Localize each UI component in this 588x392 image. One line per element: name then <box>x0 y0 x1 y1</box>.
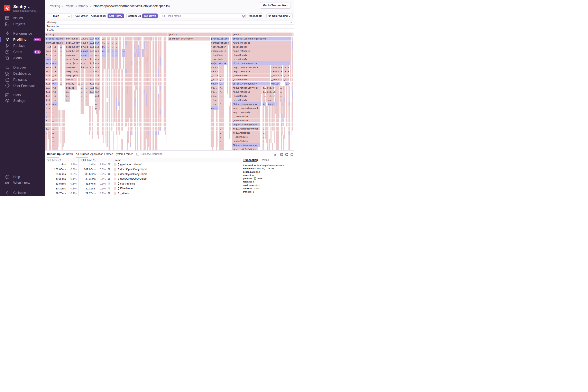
svg-text:p…k: p…k <box>90 91 94 93</box>
svg-text:…: … <box>263 107 265 110</box>
svg-text:…: … <box>220 107 221 110</box>
svg-text:p…: p… <box>46 128 49 130</box>
svg-text:ca…n: ca…n <box>46 50 51 52</box>
svg-text:…: … <box>81 78 83 81</box>
svg-text:Object.<anonymous>: Object.<anonymous> <box>233 124 257 126</box>
svg-text:…: … <box>60 66 62 69</box>
svg-text:w…c: w…c <box>95 54 99 56</box>
svg-text:(root): (root) <box>169 34 177 36</box>
svg-text:_…: _… <box>263 99 266 102</box>
svg-text:u…e: u…e <box>90 42 94 44</box>
svg-text:runMicrotasks: runMicrotasks <box>211 42 229 44</box>
svg-text:r…: r… <box>263 91 266 93</box>
svg-text:act: act <box>46 70 50 73</box>
svg-text:_…e: _…e <box>52 58 56 60</box>
svg-text:…: … <box>263 128 265 130</box>
svg-text:Obj…s>: Obj…s> <box>271 83 280 85</box>
svg-text:requireModule: requireModule <box>233 132 251 134</box>
svg-text:u…y: u…y <box>46 107 50 110</box>
svg-text:s…r: s…r <box>90 54 94 56</box>
svg-text:Object.<anonymous>: Object.<anonymous> <box>233 83 257 85</box>
svg-text:requireModule: requireModule <box>233 91 250 93</box>
svg-text:requireModule: requireModule <box>233 50 250 52</box>
svg-text:requ…ock: requ…ock <box>271 66 282 69</box>
svg-text:act: act <box>95 66 99 69</box>
svg-text:r…: r… <box>220 91 223 93</box>
svg-text:…: … <box>112 62 113 65</box>
svg-text:…: … <box>263 140 265 142</box>
svg-text:requ…ule: requ…ule <box>271 70 282 73</box>
svg-text:…: … <box>81 91 83 93</box>
svg-text:O…: O… <box>220 103 223 106</box>
svg-text:_…: _… <box>102 38 105 40</box>
svg-text:r…k: r…k <box>52 66 56 69</box>
svg-text:Pr…ed: Pr…ed <box>81 46 88 48</box>
svg-text:f…l: f…l <box>46 91 50 93</box>
svg-text:…: … <box>81 87 83 89</box>
svg-text:…: … <box>220 111 221 114</box>
svg-text:…: … <box>60 78 62 81</box>
svg-text:u…y: u…y <box>46 87 50 89</box>
svg-text:u…n: u…n <box>90 38 94 40</box>
svg-text:p…t: p…t <box>90 78 94 81</box>
svg-text:(root): (root) <box>46 34 54 36</box>
svg-text:…: … <box>112 42 113 44</box>
svg-text:u…n: u…n <box>95 38 99 40</box>
svg-text:…: … <box>108 50 109 52</box>
svg-text:…: … <box>86 78 87 81</box>
svg-text:_…: _… <box>52 120 55 122</box>
svg-text:f…l: f…l <box>95 78 99 81</box>
svg-text:proces…ctions: proces…ctions <box>46 38 64 40</box>
svg-text:…: … <box>81 107 83 110</box>
svg-text:runMicrotasks: runMicrotasks <box>233 42 250 44</box>
svg-text:_loa…ule: _loa…ule <box>271 74 282 77</box>
svg-text:r…: r… <box>220 87 223 89</box>
svg-text:…: … <box>116 54 117 56</box>
svg-text:0…k: 0…k <box>46 74 50 77</box>
svg-text:…: … <box>60 74 62 77</box>
svg-text:(root): (root) <box>233 34 241 36</box>
svg-text:Object.<anonymous>: Object.<anonymous> <box>233 144 257 146</box>
svg-text:requireModuleOrMock: requireModuleOrMock <box>233 87 259 89</box>
svg-text:…: … <box>86 95 87 98</box>
svg-text:_…: _… <box>263 95 266 98</box>
svg-text:…: … <box>81 83 83 85</box>
svg-text:…: … <box>112 50 113 52</box>
svg-text:…: … <box>220 144 221 146</box>
svg-text:_…e: _…e <box>52 78 56 81</box>
svg-text:u…n: u…n <box>90 74 94 77</box>
svg-text:act: act <box>81 62 85 65</box>
svg-text:…: … <box>52 144 54 146</box>
svg-text:w…c: w…c <box>90 87 94 89</box>
svg-text:…: … <box>220 132 221 134</box>
svg-text:ba…$1: ba…$1 <box>81 66 88 69</box>
svg-text:_lo…le: _lo…le <box>267 95 275 98</box>
svg-text:processTicksAndRejections: processTicksAndRejections <box>233 38 267 40</box>
svg-text:O…: O… <box>220 83 223 85</box>
svg-text:w…: w… <box>95 103 98 106</box>
svg-text:…: … <box>112 54 113 56</box>
svg-text:requireModuleOrMock: requireModuleOrMock <box>233 128 259 130</box>
svg-text:requireModule: requireModule <box>233 70 250 73</box>
svg-text:re…er: re…er <box>81 54 88 56</box>
svg-text:_…: _… <box>220 74 223 77</box>
svg-text:…: … <box>290 74 292 77</box>
svg-text:_l…le: _l…le <box>211 74 218 77</box>
svg-text:r…k: r…k <box>52 87 56 89</box>
svg-text:…: … <box>263 116 265 118</box>
svg-text:…: … <box>86 91 87 93</box>
svg-text:Objec…mous>: Objec…mous> <box>211 62 226 65</box>
svg-text:…: … <box>102 62 104 65</box>
svg-text:Ob…>: Ob…> <box>268 103 274 106</box>
svg-text:f…l: f…l <box>46 99 50 102</box>
svg-text:…: … <box>116 46 117 48</box>
svg-text:r…: r… <box>220 70 223 73</box>
svg-text:_c…st: _c…st <box>81 38 88 40</box>
svg-text:_loadModule: _loadModule <box>211 54 226 56</box>
svg-text:…: … <box>60 58 62 60</box>
svg-text:b…1: b…1 <box>95 70 99 73</box>
svg-text:f…s: f…s <box>46 78 50 81</box>
svg-text:r…1: r…1 <box>95 83 99 85</box>
svg-text:u…: u… <box>102 50 105 52</box>
svg-text:_execModule: _execModule <box>233 78 248 81</box>
